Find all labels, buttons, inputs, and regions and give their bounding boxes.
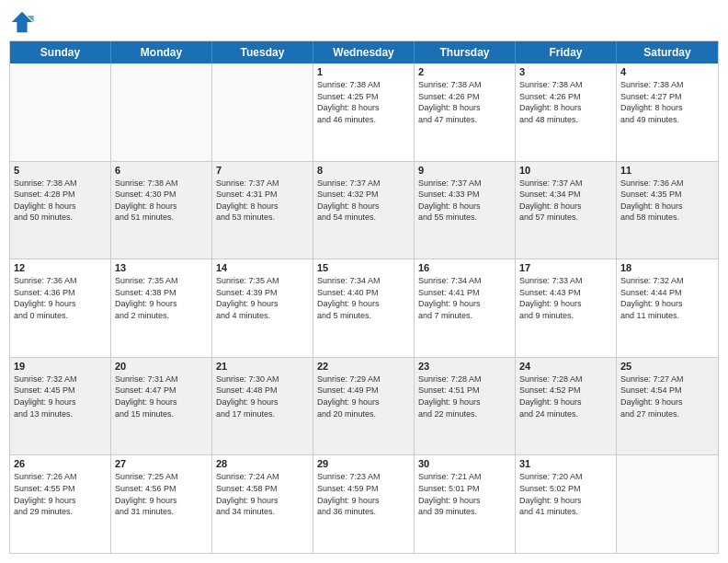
- day-info: Sunrise: 7:31 AM Sunset: 4:47 PM Dayligh…: [115, 373, 208, 419]
- day-number: 3: [519, 66, 612, 77]
- weekday-header-tuesday: Tuesday: [212, 41, 313, 63]
- day-info: Sunrise: 7:24 AM Sunset: 4:58 PM Dayligh…: [216, 471, 309, 517]
- day-number: 13: [115, 262, 208, 273]
- calendar-row-2: 12Sunrise: 7:36 AM Sunset: 4:36 PM Dayli…: [10, 259, 718, 358]
- calendar-row-1: 5Sunrise: 7:38 AM Sunset: 4:28 PM Daylig…: [10, 162, 718, 260]
- day-info: Sunrise: 7:38 AM Sunset: 4:30 PM Dayligh…: [115, 178, 208, 224]
- day-number: 30: [418, 458, 511, 469]
- day-number: 18: [620, 262, 714, 273]
- day-cell-5: 5Sunrise: 7:38 AM Sunset: 4:28 PM Daylig…: [10, 162, 111, 259]
- day-number: 20: [115, 361, 208, 372]
- day-cell-14: 14Sunrise: 7:35 AM Sunset: 4:39 PM Dayli…: [212, 259, 313, 357]
- day-info: Sunrise: 7:25 AM Sunset: 4:56 PM Dayligh…: [115, 471, 208, 517]
- day-cell-27: 27Sunrise: 7:25 AM Sunset: 4:56 PM Dayli…: [111, 455, 212, 553]
- day-info: Sunrise: 7:37 AM Sunset: 4:32 PM Dayligh…: [317, 178, 410, 224]
- day-cell-6: 6Sunrise: 7:38 AM Sunset: 4:30 PM Daylig…: [111, 162, 212, 259]
- day-info: Sunrise: 7:38 AM Sunset: 4:27 PM Dayligh…: [620, 79, 714, 125]
- day-number: 19: [14, 361, 107, 372]
- day-cell-30: 30Sunrise: 7:21 AM Sunset: 5:01 PM Dayli…: [415, 455, 516, 553]
- logo: [9, 9, 39, 35]
- empty-cell: [10, 63, 111, 161]
- day-number: 28: [216, 458, 309, 469]
- day-cell-16: 16Sunrise: 7:34 AM Sunset: 4:41 PM Dayli…: [415, 259, 516, 357]
- day-cell-11: 11Sunrise: 7:36 AM Sunset: 4:35 PM Dayli…: [617, 162, 718, 259]
- weekday-header-friday: Friday: [516, 41, 617, 63]
- day-cell-9: 9Sunrise: 7:37 AM Sunset: 4:33 PM Daylig…: [415, 162, 516, 259]
- day-cell-17: 17Sunrise: 7:33 AM Sunset: 4:43 PM Dayli…: [516, 259, 617, 357]
- day-number: 24: [519, 361, 612, 372]
- day-cell-21: 21Sunrise: 7:30 AM Sunset: 4:48 PM Dayli…: [212, 358, 313, 455]
- day-info: Sunrise: 7:29 AM Sunset: 4:49 PM Dayligh…: [317, 373, 410, 419]
- day-cell-22: 22Sunrise: 7:29 AM Sunset: 4:49 PM Dayli…: [313, 358, 415, 455]
- day-number: 23: [418, 361, 511, 372]
- day-info: Sunrise: 7:20 AM Sunset: 5:02 PM Dayligh…: [519, 471, 612, 517]
- day-info: Sunrise: 7:27 AM Sunset: 4:54 PM Dayligh…: [620, 373, 714, 419]
- logo-icon: [9, 9, 35, 35]
- day-info: Sunrise: 7:38 AM Sunset: 4:28 PM Dayligh…: [14, 178, 107, 224]
- day-cell-25: 25Sunrise: 7:27 AM Sunset: 4:54 PM Dayli…: [617, 358, 718, 455]
- svg-marker-0: [12, 12, 32, 32]
- day-number: 9: [418, 165, 511, 176]
- day-cell-20: 20Sunrise: 7:31 AM Sunset: 4:47 PM Dayli…: [111, 358, 212, 455]
- day-number: 17: [519, 262, 612, 273]
- day-number: 5: [14, 165, 107, 176]
- day-cell-24: 24Sunrise: 7:28 AM Sunset: 4:52 PM Dayli…: [516, 358, 617, 455]
- day-info: Sunrise: 7:38 AM Sunset: 4:26 PM Dayligh…: [519, 79, 612, 125]
- day-number: 16: [418, 262, 511, 273]
- weekday-header-wednesday: Wednesday: [313, 41, 415, 63]
- day-info: Sunrise: 7:28 AM Sunset: 4:52 PM Dayligh…: [519, 373, 612, 419]
- day-info: Sunrise: 7:32 AM Sunset: 4:45 PM Dayligh…: [14, 373, 107, 419]
- empty-cell: [617, 455, 718, 553]
- day-number: 26: [14, 458, 107, 469]
- calendar-body: 1Sunrise: 7:38 AM Sunset: 4:25 PM Daylig…: [10, 63, 718, 553]
- weekday-header-thursday: Thursday: [415, 41, 516, 63]
- day-number: 8: [317, 165, 410, 176]
- day-cell-15: 15Sunrise: 7:34 AM Sunset: 4:40 PM Dayli…: [313, 259, 415, 357]
- day-info: Sunrise: 7:30 AM Sunset: 4:48 PM Dayligh…: [216, 373, 309, 419]
- day-info: Sunrise: 7:36 AM Sunset: 4:35 PM Dayligh…: [620, 178, 714, 224]
- day-cell-13: 13Sunrise: 7:35 AM Sunset: 4:38 PM Dayli…: [111, 259, 212, 357]
- day-number: 15: [317, 262, 410, 273]
- day-number: 10: [519, 165, 612, 176]
- day-cell-28: 28Sunrise: 7:24 AM Sunset: 4:58 PM Dayli…: [212, 455, 313, 553]
- page: SundayMondayTuesdayWednesdayThursdayFrid…: [0, 0, 728, 563]
- weekday-header-sunday: Sunday: [10, 41, 111, 63]
- day-cell-31: 31Sunrise: 7:20 AM Sunset: 5:02 PM Dayli…: [516, 455, 617, 553]
- day-cell-23: 23Sunrise: 7:28 AM Sunset: 4:51 PM Dayli…: [415, 358, 516, 455]
- day-number: 11: [620, 165, 714, 176]
- day-info: Sunrise: 7:35 AM Sunset: 4:39 PM Dayligh…: [216, 275, 309, 321]
- day-cell-19: 19Sunrise: 7:32 AM Sunset: 4:45 PM Dayli…: [10, 358, 111, 455]
- day-number: 7: [216, 165, 309, 176]
- empty-cell: [111, 63, 212, 161]
- day-cell-1: 1Sunrise: 7:38 AM Sunset: 4:25 PM Daylig…: [313, 63, 415, 161]
- day-cell-29: 29Sunrise: 7:23 AM Sunset: 4:59 PM Dayli…: [313, 455, 415, 553]
- day-number: 25: [620, 361, 714, 372]
- day-info: Sunrise: 7:37 AM Sunset: 4:34 PM Dayligh…: [519, 178, 612, 224]
- day-info: Sunrise: 7:21 AM Sunset: 5:01 PM Dayligh…: [418, 471, 511, 517]
- day-cell-26: 26Sunrise: 7:26 AM Sunset: 4:55 PM Dayli…: [10, 455, 111, 553]
- day-info: Sunrise: 7:38 AM Sunset: 4:26 PM Dayligh…: [418, 79, 511, 125]
- day-number: 1: [317, 66, 410, 77]
- day-number: 21: [216, 361, 309, 372]
- weekday-header-monday: Monday: [111, 41, 212, 63]
- day-info: Sunrise: 7:37 AM Sunset: 4:33 PM Dayligh…: [418, 178, 511, 224]
- day-cell-18: 18Sunrise: 7:32 AM Sunset: 4:44 PM Dayli…: [617, 259, 718, 357]
- day-info: Sunrise: 7:33 AM Sunset: 4:43 PM Dayligh…: [519, 275, 612, 321]
- day-info: Sunrise: 7:38 AM Sunset: 4:25 PM Dayligh…: [317, 79, 410, 125]
- day-info: Sunrise: 7:35 AM Sunset: 4:38 PM Dayligh…: [115, 275, 208, 321]
- day-info: Sunrise: 7:26 AM Sunset: 4:55 PM Dayligh…: [14, 471, 107, 517]
- day-info: Sunrise: 7:28 AM Sunset: 4:51 PM Dayligh…: [418, 373, 511, 419]
- day-number: 22: [317, 361, 410, 372]
- day-cell-3: 3Sunrise: 7:38 AM Sunset: 4:26 PM Daylig…: [516, 63, 617, 161]
- calendar-row-4: 26Sunrise: 7:26 AM Sunset: 4:55 PM Dayli…: [10, 455, 718, 553]
- day-number: 12: [14, 262, 107, 273]
- day-info: Sunrise: 7:34 AM Sunset: 4:41 PM Dayligh…: [418, 275, 511, 321]
- day-cell-10: 10Sunrise: 7:37 AM Sunset: 4:34 PM Dayli…: [516, 162, 617, 259]
- empty-cell: [212, 63, 313, 161]
- calendar-row-0: 1Sunrise: 7:38 AM Sunset: 4:25 PM Daylig…: [10, 63, 718, 162]
- day-info: Sunrise: 7:36 AM Sunset: 4:36 PM Dayligh…: [14, 275, 107, 321]
- day-number: 27: [115, 458, 208, 469]
- day-number: 31: [519, 458, 612, 469]
- calendar: SundayMondayTuesdayWednesdayThursdayFrid…: [9, 40, 719, 554]
- day-cell-8: 8Sunrise: 7:37 AM Sunset: 4:32 PM Daylig…: [313, 162, 415, 259]
